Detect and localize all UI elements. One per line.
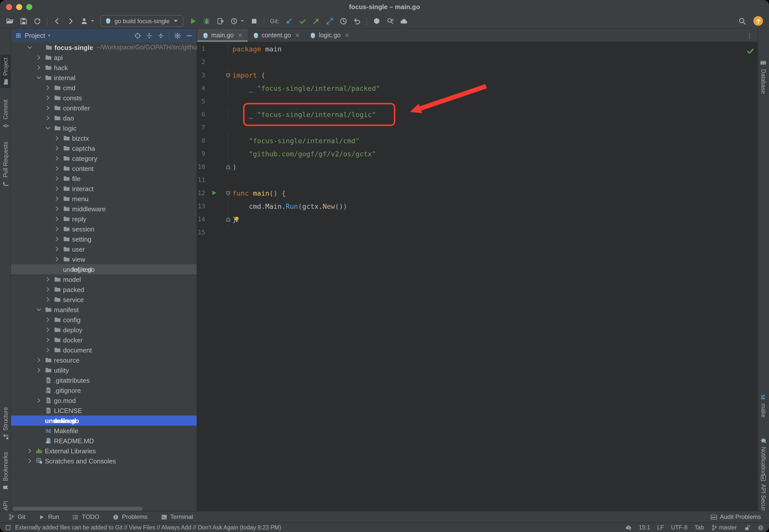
chevron-right-icon[interactable] [54,236,60,242]
tree-item-logic.go[interactable]: undefinedlogic.go [11,264,197,274]
sidebar-item-database[interactable]: Database [758,56,768,97]
chevron-right-icon[interactable] [54,216,60,222]
tree-item-interact[interactable]: interact [11,184,197,194]
code-line-9[interactable]: 9 "github.com/gogf/gf/v2/os/gctx" [197,147,758,160]
tree-item-hack[interactable]: hack [11,63,197,73]
tree-item-controller[interactable]: controller [11,103,197,113]
open-icon[interactable] [6,17,14,25]
tree-item-consts[interactable]: consts [11,93,197,103]
code-line-5[interactable]: 5 [197,95,758,108]
code-line-11[interactable]: 11 [197,173,758,187]
file-encoding[interactable]: UTF-8 [671,524,687,530]
profiler-icon[interactable] [230,17,238,25]
chevron-right-icon[interactable] [45,95,51,101]
unlock-icon[interactable] [744,524,750,531]
chevron-down-icon[interactable] [27,44,33,50]
tab-close-icon[interactable]: ✕ [295,32,300,39]
sidebar-item-bookmarks[interactable]: Bookmarks [1,449,11,494]
tree-item-makefile[interactable]: MMakefile [11,426,197,436]
tree-item-document[interactable]: document [11,345,197,355]
chevron-right-icon[interactable] [36,367,42,373]
debug-button[interactable] [203,17,211,25]
chevron-right-icon[interactable] [54,155,60,161]
tree-item-scratches-and-consoles[interactable]: Scratches and Consoles [11,456,197,466]
chevron-right-icon[interactable] [54,246,60,252]
chevron-right-icon[interactable] [45,105,51,111]
locate-file-icon[interactable] [134,32,141,39]
tree-item-packed[interactable]: packed [11,284,197,294]
project-panel-header[interactable]: Project [11,29,197,42]
horizontal-scrollbar[interactable] [13,507,143,511]
tree-item-internal[interactable]: internal [11,73,197,83]
tree-item-dao[interactable]: dao [11,113,197,123]
tab-close-icon[interactable]: ✕ [345,32,349,39]
code-line-3[interactable]: 3import ( [197,69,758,82]
chevron-right-icon[interactable] [54,175,60,182]
chevron-right-icon[interactable] [45,297,51,303]
toolwindow-button-audit-problems[interactable]: /APIAudit Problems [710,513,761,520]
cloud-icon[interactable] [400,17,408,25]
caret-position[interactable]: 15:1 [639,524,650,530]
tree-item-session[interactable]: session [11,224,197,234]
code-line-13[interactable]: 13 cmd.Main.Run(gctx.New()) [197,200,758,213]
indent-style[interactable]: Tab [695,524,704,530]
chevron-right-icon[interactable] [45,347,51,353]
chevron-right-icon[interactable] [54,206,60,212]
tree-item-.gitattributes[interactable]: .gitattributes [11,375,197,385]
tree-item-model[interactable]: model [11,274,197,284]
chevron-right-icon[interactable] [54,226,60,232]
code-line-15[interactable]: 15 [197,226,758,239]
chevron-right-icon[interactable] [27,448,33,454]
tree-item-view[interactable]: view [11,254,197,264]
search-everywhere-icon[interactable] [738,17,746,25]
hide-panel-icon[interactable] [186,32,193,39]
sidebar-item-pull-requests[interactable]: Pull Requests [1,139,11,190]
tab-close-icon[interactable]: ✕ [238,32,242,39]
chevron-right-icon[interactable] [54,256,60,262]
tab-options-icon[interactable]: ⋮ [746,32,753,39]
code-line-6[interactable]: 6 _ "focus-single/internal/logic" [197,108,758,121]
chevron-right-icon[interactable] [45,85,51,91]
code-line-14[interactable]: 14} [197,213,758,226]
chevron-right-icon[interactable] [54,145,60,151]
code-line-7[interactable]: 7 [197,121,758,134]
tree-item-service[interactable]: service [11,294,197,305]
tree-item-main.go[interactable]: undefinedmain.go [11,416,197,426]
run-configuration-select[interactable]: go build focus-single [100,15,184,27]
fold-start-icon[interactable] [225,190,231,196]
forward-icon[interactable] [67,17,75,25]
tree-item-.gitignore[interactable]: .gitignore [11,385,197,395]
tree-item-resource[interactable]: resource [11,355,197,365]
run-main-gutter-icon[interactable] [211,190,217,196]
window-icon[interactable] [5,524,11,530]
expand-all-icon[interactable] [146,32,153,39]
code-line-2[interactable]: 2 [197,55,758,69]
fold-end-icon[interactable] [225,164,231,170]
collapse-all-icon[interactable] [157,32,164,39]
chevron-right-icon[interactable] [36,357,42,363]
chevron-right-icon[interactable] [45,276,51,282]
update-avatar-button[interactable] [753,16,763,26]
cloud-settings-icon[interactable]: ? [625,524,632,531]
tree-item-user[interactable]: user [11,244,197,254]
chevron-right-icon[interactable] [36,54,42,61]
tree-item-license[interactable]: LICENSE [11,405,197,416]
chevron-right-icon[interactable] [27,458,33,464]
chevron-right-icon[interactable] [36,65,42,71]
sidebar-item-structure[interactable]: Structure [1,404,11,443]
history-icon[interactable] [339,17,347,25]
tree-item-api[interactable]: api [11,52,197,63]
git-update-icon[interactable] [285,17,293,25]
code-editor[interactable]: 1package main23import (4 _ "focus-single… [197,42,758,511]
git-push-icon[interactable] [312,17,320,25]
sync-icon[interactable] [33,17,41,25]
tree-item-readme.md[interactable]: MDREADME.MD [11,436,197,446]
git-branch-widget[interactable]: master [711,524,737,531]
chevron-right-icon[interactable] [45,115,51,121]
toolwindow-button-todo[interactable]: TODO [72,513,99,520]
fold-start-icon[interactable] [225,72,231,78]
chevron-right-icon[interactable] [36,397,42,403]
code-line-1[interactable]: 1package main [197,42,758,55]
back-icon[interactable] [53,17,61,25]
tree-item-go.mod[interactable]: go.mod [11,395,197,405]
